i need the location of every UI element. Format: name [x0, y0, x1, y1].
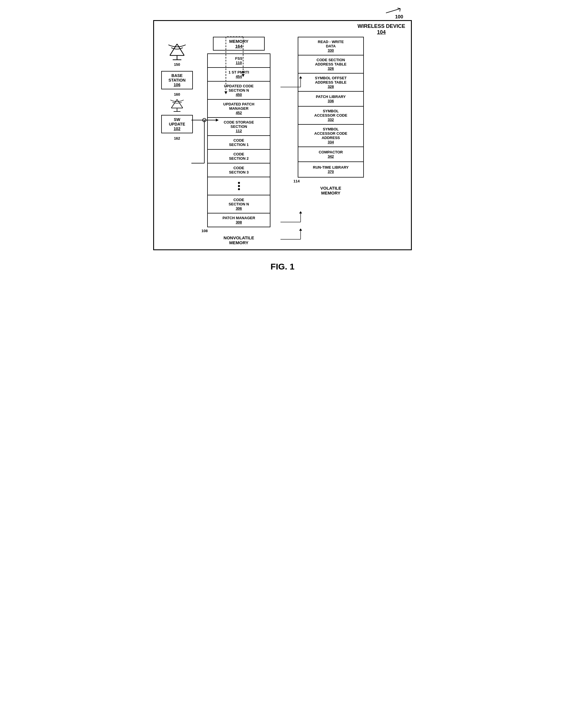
- wireless-device-box: WIRELESS DEVICE 104: [153, 20, 412, 250]
- nv-updated-patch: UPDATED PATCH MANAGER 452: [208, 100, 270, 118]
- nv-code-section-2: CODE SECTION 2: [208, 150, 270, 163]
- ref-100-arrow: [380, 6, 403, 14]
- vol-stack: READ - WRITE DATA 330 CODE SECTION ADDRE…: [298, 37, 364, 178]
- vol-rw-data: READ - WRITE DATA 330: [298, 37, 363, 55]
- right-column: READ - WRITE DATA 330 CODE SECTION ADDRE…: [294, 37, 368, 245]
- svg-line-1: [398, 8, 400, 9]
- vol-patch-library: PATCH LIBRARY 336: [298, 92, 363, 107]
- center-column: MEMORY 164 FSS 110 1 ST PMRTI 454: [201, 37, 276, 245]
- nv-stack: FSS 110 1 ST PMRTI 454 UPDATED CODE SECT…: [207, 53, 270, 227]
- left-column: 150 BASE STATION 106 160: [158, 37, 196, 245]
- nv-code-section-n: CODE SECTION N 306: [208, 195, 270, 213]
- nv-code-storage: CODE STORAGE SECTION 112: [208, 118, 270, 136]
- svg-line-0: [386, 9, 400, 13]
- page-container: 100 WIRELESS DEVICE 104: [153, 6, 412, 271]
- base-station-label: BASE STATION 106: [161, 71, 193, 89]
- ref-150: 150: [165, 62, 188, 67]
- small-antenna-area: [168, 98, 186, 113]
- ref-114-label: 114: [294, 179, 300, 183]
- sw-update-box: SW UPDATE 102: [161, 115, 193, 133]
- nv-code-section-1: CODE SECTION 1: [208, 136, 270, 150]
- nv-patch-manager: PATCH MANAGER 308: [208, 213, 270, 227]
- vol-code-addr-table: CODE SECTION ADDRESS TABLE 326: [298, 55, 363, 74]
- vol-runtime-library: RUN-TIME LIBRARY 370: [298, 162, 363, 177]
- nv-pmrti: 1 ST PMRTI 454: [208, 68, 270, 82]
- fig-label: FIG. 1: [153, 262, 412, 271]
- vol-symbol-accessor-addr: SYMBOL ACCESSOR CODE ADDRESS 334: [298, 125, 363, 147]
- nv-memory-label: NONVOLATILE MEMORY: [223, 235, 254, 245]
- vol-memory-label: VOLATILE MEMORY: [320, 186, 341, 195]
- vol-compactor: COMPACTOR 342: [298, 147, 363, 162]
- memory-top-box: MEMORY 164: [213, 37, 265, 51]
- main-antenna-icon: [165, 43, 188, 61]
- antenna-area: 150: [165, 43, 188, 67]
- diagram-area: 150 BASE STATION 106 160: [158, 37, 407, 245]
- wireless-device-label: WIRELESS DEVICE 104: [358, 23, 405, 35]
- nv-updated-code: UPDATED CODE SECTION N 450: [208, 82, 270, 100]
- small-antenna-icon: [168, 98, 186, 112]
- vol-symbol-accessor-code: SYMBOL ACCESSOR CODE 332: [298, 107, 363, 125]
- ref-108-label: 108: [201, 229, 208, 233]
- vol-symbol-offset-table: SYMBOL OFFSET ADDRESS TABLE 328: [298, 74, 363, 92]
- nv-fss: FSS 110: [208, 54, 270, 68]
- nv-code-section-3: CODE SECTION 3: [208, 163, 270, 177]
- ref-100-label: 100: [380, 14, 403, 20]
- ref-100-area: 100: [380, 6, 403, 20]
- connector-area: [276, 37, 285, 245]
- ref-160: 160: [174, 92, 180, 97]
- ref-162: 162: [174, 136, 180, 140]
- sw-update-label: SW UPDATE 102: [161, 115, 193, 133]
- base-station-box: BASE STATION 106: [161, 71, 193, 89]
- nv-dots: [208, 177, 270, 195]
